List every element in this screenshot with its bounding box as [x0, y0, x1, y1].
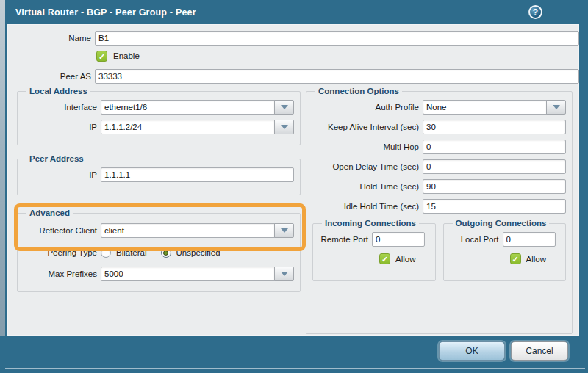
multi-hop-label: Multi Hop [312, 140, 423, 154]
chevron-down-icon [281, 228, 288, 233]
cancel-button[interactable]: Cancel [511, 341, 568, 361]
peer-ip-input[interactable] [101, 167, 294, 182]
peer-as-input[interactable] [95, 69, 579, 84]
outgoing-allow-checkbox[interactable]: ✓ [510, 253, 521, 264]
peer-as-label: Peer AS [8, 69, 91, 84]
remote-port-label: Remote Port [319, 232, 372, 247]
hold-time-label: Hold Time (sec) [312, 179, 423, 194]
peering-bilateral-radio[interactable] [101, 247, 111, 258]
peer-address-title: Peer Address [26, 154, 87, 163]
local-ip-dropdown-button[interactable] [274, 120, 294, 134]
chevron-down-icon [281, 105, 288, 109]
enable-label: Enable [113, 51, 140, 60]
peer-address-section: Peer Address IP [17, 154, 301, 195]
peering-type-label: Peering Type [24, 245, 101, 260]
local-address-section: Local Address Interface IP [17, 87, 301, 145]
reflector-client-label: Reflector Client [24, 223, 101, 238]
advanced-title: Advanced [26, 209, 73, 217]
chevron-down-icon [281, 125, 288, 129]
incoming-allow-label: Allow [395, 255, 415, 264]
outgoing-connections-title: Outgoing Connections [453, 219, 550, 228]
open-delay-input[interactable] [423, 159, 566, 174]
dialog-titlebar: Virtual Router - BGP - Peer Group - Peer [5, 0, 588, 24]
dialog-window: Virtual Router - BGP - Peer Group - Peer… [0, 0, 588, 373]
local-port-input[interactable] [503, 232, 556, 247]
interface-label: Interface [24, 100, 101, 115]
incoming-connections-title: Incoming Connections [322, 219, 419, 228]
auth-profile-dropdown-button[interactable] [546, 100, 566, 115]
name-input[interactable] [95, 31, 579, 46]
max-prefixes-label: Max Prefixes [24, 267, 101, 281]
local-port-label: Local Port [450, 232, 503, 247]
keep-alive-input[interactable] [423, 120, 566, 134]
dialog-body: Name ✓ Enable Peer AS Local Address Inte… [7, 24, 579, 336]
local-ip-label: IP [24, 120, 101, 134]
outgoing-allow-label: Allow [526, 255, 546, 264]
peering-unspecified-radio[interactable] [161, 247, 171, 258]
peering-bilateral-label: Bilateral [116, 248, 147, 257]
interface-dropdown-button[interactable] [274, 100, 294, 115]
interface-input[interactable] [101, 100, 275, 115]
remote-port-input[interactable] [372, 232, 425, 247]
idle-hold-input[interactable] [423, 199, 566, 214]
chevron-down-icon [281, 272, 288, 276]
reflector-client-input[interactable] [101, 223, 275, 238]
incoming-allow-checkbox[interactable]: ✓ [379, 253, 390, 264]
window-bottom-edge [5, 368, 585, 369]
connection-options-section: Connection Options Auth Profile Keep Ali… [306, 87, 573, 334]
idle-hold-label: Idle Hold Time (sec) [312, 199, 423, 214]
dialog-title: Virtual Router - BGP - Peer Group - Peer [5, 7, 196, 18]
enable-checkbox[interactable]: ✓ [96, 51, 107, 62]
advanced-section: Advanced Reflector Client Peering Type B… [17, 209, 301, 292]
reflector-client-dropdown-button[interactable] [274, 223, 294, 238]
open-delay-label: Open Delay Time (sec) [312, 159, 423, 174]
hold-time-input[interactable] [423, 179, 566, 194]
ok-button[interactable]: OK [439, 341, 505, 361]
local-ip-input[interactable] [101, 120, 275, 134]
max-prefixes-input[interactable] [101, 267, 275, 281]
peering-unspecified-label: Unspecified [176, 248, 220, 257]
chevron-down-icon [553, 105, 560, 109]
incoming-connections-section: Incoming Connections Remote Port ✓ Allow [312, 219, 436, 281]
auth-profile-label: Auth Profile [312, 100, 423, 115]
connection-options-title: Connection Options [315, 87, 402, 95]
outgoing-connections-section: Outgoing Connections Local Port ✓ Allow [443, 219, 567, 281]
peer-ip-label: IP [24, 167, 101, 182]
name-label: Name [8, 31, 91, 46]
window-edge [0, 0, 5, 373]
keep-alive-label: Keep Alive Interval (sec) [312, 120, 423, 134]
multi-hop-input[interactable] [423, 140, 566, 154]
max-prefixes-dropdown-button[interactable] [274, 267, 294, 281]
help-icon[interactable]: ? [528, 5, 542, 19]
dialog-footer: OK Cancel [0, 336, 588, 373]
local-address-title: Local Address [26, 87, 90, 95]
auth-profile-input[interactable] [423, 100, 547, 115]
